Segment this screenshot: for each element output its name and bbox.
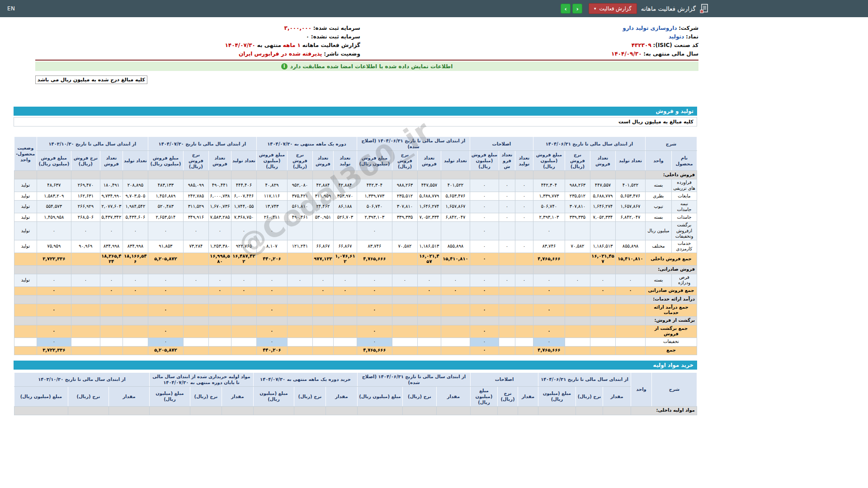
symbol-link[interactable]: دتولید — [669, 33, 684, 40]
table-cell: ۵,۴۳۷,۳۴۲ — [100, 213, 123, 222]
table-cell: ۱۸۰,۴۹۱ — [100, 179, 123, 192]
table-cell — [14, 253, 37, 265]
row-label: خدمات کارمزدی — [672, 240, 697, 253]
table-cell — [392, 346, 417, 355]
table-cell: ۲۳۵,۵۱۲ — [565, 192, 590, 201]
table-cell — [287, 338, 312, 346]
table-cell: ۵,۲۰۵,۸۷۲ — [148, 253, 183, 265]
isic-value: ۴۳۲۳۰۹ — [632, 42, 651, 48]
table-cell: ۰ — [208, 222, 231, 240]
table-cell — [14, 338, 37, 346]
fiscal-year-row: سال مالی منتهی به: ۱۴۰۴/۰۹/۳۰ — [360, 50, 698, 58]
table-cell — [565, 222, 590, 240]
table-cell: ۰ — [533, 286, 565, 295]
table-cell: ۰ — [71, 274, 100, 286]
table-cell — [357, 316, 392, 325]
prev-report-button[interactable]: ‹ — [572, 4, 582, 14]
table-cell: ۰ — [515, 192, 533, 201]
table-cell: ۱,۳۳۹,۷۷۳ — [357, 192, 392, 201]
table-cell — [100, 338, 123, 346]
report-type-dropdown[interactable]: گزارش فعالیت ▾ — [589, 3, 637, 14]
table-cell — [312, 222, 333, 240]
table-cell: ۰ — [256, 274, 287, 286]
table-cell: ۰ — [590, 286, 615, 295]
table-cell: ۶,۰۰۰,۷۳۸ — [208, 192, 231, 201]
column-header: تعداد تولید — [231, 151, 256, 171]
table-cell: ۸۳,۷۴۶ — [533, 240, 565, 253]
table-cell: ۱۶,۰۲۱,۴۵۷ — [417, 253, 441, 265]
table-cell: ۲۶۰,۴۱۱ — [256, 213, 287, 222]
table-cell: ۰ — [470, 286, 499, 295]
table-cell — [565, 325, 590, 338]
table-cell — [576, 406, 603, 415]
table-cell — [441, 295, 470, 304]
table-cell: ۹۸۵,۰۹۹ — [183, 179, 208, 192]
table-cell: ۰ — [499, 201, 515, 213]
table-cell: ۴۲,۸۸۴ — [333, 179, 357, 192]
table-cell — [615, 171, 645, 179]
table-cell: ۰ — [533, 304, 565, 316]
table-cell — [123, 265, 148, 274]
table-cell: ۳,۷۲۲,۳۳۶ — [37, 253, 71, 265]
table-cell — [287, 316, 312, 325]
table-cell — [565, 253, 590, 265]
column-group-header: از ابتدای سال مالی تا تاریخ ۱۴۰۴/۰۶/۳۱ — [538, 372, 631, 386]
table-cell: ۲۳۵,۵۱۲ — [392, 192, 417, 201]
table-cell — [208, 171, 231, 179]
table-cell: ۰ — [590, 274, 615, 286]
column-header: نرخ (ریال) — [294, 386, 326, 406]
table-cell: ۰ — [615, 274, 645, 286]
table-cell — [287, 253, 312, 265]
table-cell — [183, 346, 208, 355]
table-cell — [231, 171, 256, 179]
table-cell — [71, 325, 100, 338]
table-cell — [441, 316, 470, 325]
column-header: تعداد فروش — [417, 151, 441, 171]
table-cell: ۰ — [287, 274, 312, 286]
table-cell: ۱۸,۲۶۵,۴۲۴ — [100, 253, 123, 265]
table-cell: ۳۰۷,۸۱۰ — [565, 201, 590, 213]
next-report-button[interactable]: › — [561, 4, 571, 14]
table-cell — [183, 316, 208, 325]
table-cell: ۱,۲۵۳,۳۸۰ — [208, 240, 231, 253]
table-cell — [565, 295, 590, 304]
row-label: برگشت از فروش: — [645, 316, 697, 325]
column-header: مبلغ (میلیون ریال) — [14, 386, 68, 406]
table-cell: ۰ — [515, 201, 533, 213]
table-cell: ۰ — [256, 304, 287, 316]
column-group-header: شرح — [652, 372, 697, 406]
table-cell — [392, 265, 417, 274]
table-cell: ۰ — [37, 222, 71, 240]
table-cell — [333, 316, 357, 325]
table-cell — [208, 338, 231, 346]
table-cell: ۳۴۹,۹۱۶ — [183, 213, 208, 222]
column-header: تعداد فروش — [208, 151, 231, 171]
table-cell: ۹۰,۹۶۹ — [71, 240, 100, 253]
table-cell: ۱,۶۴۶,۲۷۴ — [590, 201, 615, 213]
column-header: تعداد فروش — [312, 151, 333, 171]
table-cell: ۳۳۹,۳۳۵ — [392, 213, 417, 222]
table-cell: ۰ — [37, 325, 71, 338]
company-name-link[interactable]: داروسازی تولید دارو — [623, 25, 677, 31]
table-cell: ۰ — [256, 222, 287, 240]
table-cell — [499, 316, 515, 325]
table-cell: تولید — [14, 179, 37, 192]
table-cell: ۰ — [312, 274, 333, 286]
table-cell: ۰ — [71, 222, 100, 240]
language-toggle[interactable]: EN — [7, 5, 15, 12]
table-cell: ۰ — [499, 179, 515, 192]
table-cell — [499, 304, 515, 316]
table-cell: ۰ — [470, 201, 499, 213]
table-cell — [333, 338, 357, 346]
table-cell: ۰ — [312, 286, 333, 295]
table-cell: ۵,۶۵۳,۴۷۶ — [615, 192, 645, 201]
row-label: فروش داخلی: — [645, 171, 697, 179]
row-label: مایعات — [672, 192, 697, 201]
table-cell — [256, 295, 287, 304]
table-cell — [208, 304, 231, 316]
table-cell: ۰ — [470, 304, 499, 316]
table-cell: ۷,۵۸۳,۲۸۵ — [208, 213, 231, 222]
table-cell — [470, 171, 499, 179]
column-group-header: خرید دوره یک ماهه منتهی به ۱۴۰۴/۰۷/۳۰ — [253, 372, 357, 386]
column-header: مبلغ فروش (میلیون ریال) — [357, 151, 392, 171]
